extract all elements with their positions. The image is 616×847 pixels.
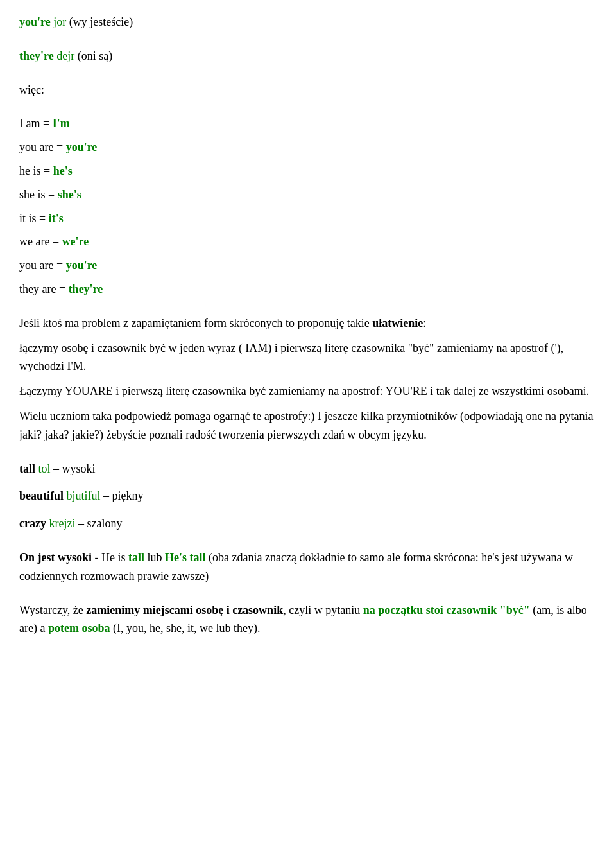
para4: Wielu uczniom taka podpowiedź pomaga oga…	[19, 407, 597, 444]
sheis-right: she's	[58, 188, 81, 201]
page-content: you're jor (wy jesteście) they're dejr (…	[19, 13, 597, 638]
para3: Łączymy YOUARE i pierwszą literę czasown…	[19, 382, 597, 401]
sheis-left: she is =	[19, 188, 58, 201]
vocab-crazy-pron: krejzi	[49, 517, 75, 530]
youre-translation: (wy jesteście)	[69, 15, 133, 28]
contraction-itis: it is = it's	[19, 209, 597, 228]
itis-left: it is =	[19, 212, 49, 225]
contraction-theyare: they are = they're	[19, 280, 597, 299]
heis-left: he is =	[19, 164, 53, 177]
potem-green: potem osoba	[48, 622, 110, 634]
vocab-crazy: crazy krejzi – szalony	[19, 514, 597, 533]
heis-right: he's	[53, 164, 73, 177]
para1: Jeśli ktoś ma problem z zapamiętaniem fo…	[19, 314, 597, 333]
vocab-tall-pron: tol	[38, 462, 51, 475]
vocab-crazy-dash: –	[78, 517, 87, 530]
hes-tall: He's tall	[165, 551, 206, 564]
theyre-translation: (oni są)	[78, 49, 112, 62]
zamienimy-bold: zamienimy miejscami osobę i czasownik	[86, 604, 283, 616]
vocab-tall-meaning: wysoki	[62, 462, 96, 475]
contraction-heis: he is = he's	[19, 162, 597, 180]
para2: łączymy osobę i czasownik być w jeden wy…	[19, 339, 597, 376]
vocab-crazy-meaning: szalony	[87, 517, 122, 530]
contraction-youare: you are = you're	[19, 138, 597, 157]
youare-right: you're	[66, 141, 98, 153]
wiec-section: więc: I am = I'm you are = you're he is …	[19, 81, 597, 299]
itis-right: it's	[49, 212, 64, 225]
vocab-beautiful-dash: –	[103, 489, 112, 502]
wystarczy-section: Wystarczy, że zamienimy miejscami osobę …	[19, 601, 597, 638]
theyare-right: they're	[69, 283, 103, 295]
youre-text: you're	[19, 15, 51, 28]
iam-right: I'm	[53, 117, 70, 130]
contractions-list: I am = I'm you are = you're he is = he's…	[19, 114, 597, 298]
on-jest-bold: On jest wysoki	[19, 551, 92, 564]
vocab-beautiful-meaning: piękny	[112, 489, 144, 502]
ulatwienie-bold: ułatwienie	[372, 317, 423, 329]
contraction-weare: we are = we're	[19, 232, 597, 251]
vocab-crazy-word: crazy	[19, 517, 46, 530]
vocab-beautiful: beautiful bjutiful – piękny	[19, 487, 597, 505]
vocab-beautiful-pron: bjutiful	[67, 489, 101, 502]
youre-line: you're jor (wy jesteście)	[19, 13, 597, 31]
youare-left: you are =	[19, 141, 66, 153]
youre-pron: jor	[53, 15, 66, 28]
explanation-section: Jeśli ktoś ma problem z zapamiętaniem fo…	[19, 314, 597, 444]
vocab-tall: tall tol – wysoki	[19, 460, 597, 478]
contraction-youare2: you are = you're	[19, 256, 597, 275]
contraction-sheis: she is = she's	[19, 186, 597, 204]
on-jest-para: On jest wysoki - He is tall lub He's tal…	[19, 548, 597, 586]
vocab-beautiful-word: beautiful	[19, 489, 64, 502]
theyre-line: they're dejr (oni są)	[19, 47, 597, 65]
youare2-right: you're	[66, 259, 98, 272]
vocab-tall-word: tall	[19, 462, 35, 475]
vocab-section: tall tol – wysoki beautiful bjutiful – p…	[19, 460, 597, 533]
youare2-left: you are =	[19, 259, 66, 272]
weare-right: we're	[62, 235, 89, 248]
wiec-label: więc:	[19, 81, 597, 100]
on-jest-section: On jest wysoki - He is tall lub He's tal…	[19, 548, 597, 586]
wystarczy-para: Wystarczy, że zamienimy miejscami osobę …	[19, 601, 597, 638]
iam-left: I am =	[19, 117, 53, 130]
theyre-text: they're	[19, 49, 54, 62]
poczatku-green: na początku stoi czasownik "być"	[363, 604, 530, 616]
tall1: tall	[128, 551, 144, 564]
vocab-tall-dash: –	[53, 462, 62, 475]
contraction-iam: I am = I'm	[19, 114, 597, 133]
theyre-pron: dejr	[56, 49, 74, 62]
theyare-left: they are =	[19, 283, 69, 295]
weare-left: we are =	[19, 235, 62, 248]
